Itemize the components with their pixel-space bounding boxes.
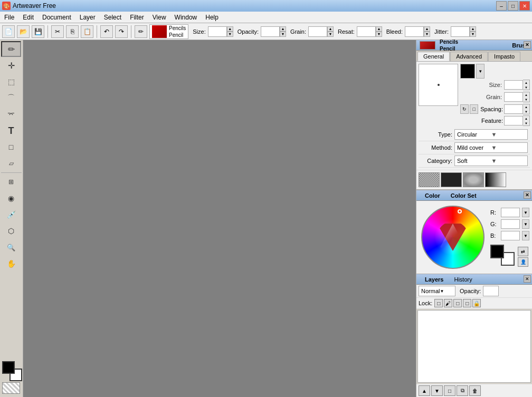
opacity-up[interactable]: ▲ xyxy=(280,26,286,32)
tab-color-set[interactable]: Color Set xyxy=(445,191,482,200)
spacing-spinbox[interactable]: 20 ▲ ▼ xyxy=(504,104,530,114)
frame-tool[interactable]: ▱ xyxy=(1,156,21,171)
grain-down-arrow[interactable]: ▼ xyxy=(523,97,529,102)
grain-up-arrow[interactable]: ▲ xyxy=(523,92,529,97)
texture-light[interactable] xyxy=(463,172,484,187)
hand-tool[interactable]: ✋ xyxy=(1,256,21,272)
opacity-spinbox[interactable]: 100 ▲ ▼ xyxy=(261,26,286,37)
select-rect-tool[interactable]: ⬚ xyxy=(1,74,21,90)
canvas-area[interactable] xyxy=(23,40,416,397)
size-down-arrow[interactable]: ▼ xyxy=(523,85,529,90)
bleed-spinbox[interactable]: 0 ▲ ▼ xyxy=(405,26,430,37)
grain-up[interactable]: ▲ xyxy=(327,26,334,32)
lock-paint-button[interactable]: 🖌 xyxy=(444,299,452,307)
brush-tool[interactable]: ⌒ xyxy=(1,90,21,106)
brush-panel-close[interactable]: ✕ xyxy=(524,41,531,49)
jitter-spinbox[interactable]: 0 ▲ ▼ xyxy=(451,26,476,37)
jitter-down[interactable]: ▼ xyxy=(470,32,476,37)
swap-colors-button[interactable]: ⇄ xyxy=(518,247,528,256)
move-tool[interactable]: ✛ xyxy=(1,57,21,73)
bleed-down[interactable]: ▼ xyxy=(424,32,430,37)
texture-noise[interactable] xyxy=(419,172,440,187)
undo-button[interactable]: ↶ xyxy=(100,25,113,38)
cut-button[interactable]: ✂ xyxy=(51,25,64,38)
grain-input[interactable]: 100 xyxy=(308,26,327,37)
lock-extra-button[interactable]: 🔒 xyxy=(472,299,481,307)
menu-filter[interactable]: Filter xyxy=(126,12,148,23)
r-arrow[interactable]: ▼ xyxy=(522,208,529,217)
tab-advanced[interactable]: Advanced xyxy=(450,52,488,61)
tab-impasto[interactable]: Impasto xyxy=(488,52,520,61)
spacing-icon-2[interactable]: □ xyxy=(470,104,478,114)
resat-spinbox[interactable]: 100 ▲ ▼ xyxy=(357,26,382,37)
spacing-up-arrow[interactable]: ▲ xyxy=(523,104,529,109)
blend-mode-select[interactable]: Normal ▼ xyxy=(419,286,455,296)
size-input[interactable]: 2 xyxy=(208,26,227,37)
jitter-input[interactable]: 0 xyxy=(451,26,470,37)
layer-new-button[interactable]: □ xyxy=(444,385,455,396)
menu-edit[interactable]: Edit xyxy=(18,12,38,23)
b-input[interactable]: 0 xyxy=(501,231,520,240)
texture-dots[interactable] xyxy=(441,172,462,187)
grain-spinbox[interactable]: 100 ▲ ▼ xyxy=(504,92,530,102)
eyedropper-tool[interactable]: 💉 xyxy=(1,207,21,222)
texture-gradient[interactable] xyxy=(485,172,506,187)
fg-color-swatch[interactable] xyxy=(2,361,15,374)
new-button[interactable]: 📄 xyxy=(2,25,15,38)
color-picker-button[interactable]: 👤 xyxy=(518,257,528,267)
jitter-up[interactable]: ▲ xyxy=(470,26,476,32)
size-spinbox[interactable]: 2 ▲ ▼ xyxy=(504,80,530,90)
menu-document[interactable]: Document xyxy=(38,12,75,23)
tab-layers[interactable]: Layers xyxy=(420,275,449,284)
r-input[interactable]: 0 xyxy=(501,208,520,217)
tab-color[interactable]: Color xyxy=(420,191,445,200)
size-spinbox[interactable]: 2 ▲ ▼ xyxy=(208,26,233,37)
feature-up-arrow[interactable]: ▲ xyxy=(523,116,529,121)
bleed-input[interactable]: 0 xyxy=(405,26,424,37)
maximize-button[interactable]: □ xyxy=(508,1,518,11)
tab-general[interactable]: General xyxy=(417,52,450,61)
pencil-tool[interactable]: ✏ xyxy=(1,41,21,57)
category-select[interactable]: Soft ▼ xyxy=(454,156,528,166)
b-arrow[interactable]: ▼ xyxy=(522,231,529,240)
text-tool[interactable]: T xyxy=(1,123,21,139)
spacing-icon-1[interactable]: ↻ xyxy=(460,104,469,114)
layers-panel-close[interactable]: ✕ xyxy=(524,275,531,283)
minimize-button[interactable]: – xyxy=(496,1,507,11)
tab-history[interactable]: History xyxy=(449,275,477,284)
method-select[interactable]: Mild cover ▼ xyxy=(454,142,528,153)
g-input[interactable]: 0 xyxy=(501,219,520,229)
lock-transparent-button[interactable]: □ xyxy=(434,299,443,307)
color-wheel[interactable] xyxy=(421,206,484,269)
grain-down[interactable]: ▼ xyxy=(327,32,334,37)
open-button[interactable]: 📂 xyxy=(17,25,30,38)
grain-spinbox[interactable]: 100 ▲ ▼ xyxy=(308,26,334,37)
lock-all-button[interactable]: □ xyxy=(463,299,471,307)
brush-shape-arrow[interactable]: ▼ xyxy=(476,64,484,79)
copy-button[interactable]: ⎘ xyxy=(66,25,79,38)
shape-tool[interactable]: □ xyxy=(1,139,21,155)
size-up[interactable]: ▲ xyxy=(227,26,233,32)
g-arrow[interactable]: ▼ xyxy=(522,219,529,229)
menu-view[interactable]: View xyxy=(148,12,170,23)
grain-input[interactable]: 100 xyxy=(504,92,523,102)
redo-button[interactable]: ↷ xyxy=(115,25,128,38)
pattern-swatch[interactable] xyxy=(2,382,20,394)
menu-layer[interactable]: Layer xyxy=(75,12,100,23)
clone-stamp-tool[interactable]: ⌤ xyxy=(1,106,21,122)
grid-tool[interactable]: ⊞ xyxy=(1,174,21,190)
fill-tool[interactable]: ◉ xyxy=(1,190,21,206)
type-select[interactable]: Circular ▼ xyxy=(454,129,528,140)
menu-select[interactable]: Select xyxy=(100,12,126,23)
resat-up[interactable]: ▲ xyxy=(376,26,382,32)
canvas[interactable] xyxy=(23,40,416,397)
size-input[interactable]: 2 xyxy=(504,80,523,90)
size-up-arrow[interactable]: ▲ xyxy=(523,80,529,85)
bleed-up[interactable]: ▲ xyxy=(424,26,430,32)
zoom-tool[interactable]: 🔍 xyxy=(1,239,21,255)
resat-down[interactable]: ▼ xyxy=(376,32,382,37)
layer-duplicate-button[interactable]: ⧉ xyxy=(457,385,468,396)
spacing-input[interactable]: 20 xyxy=(504,104,523,114)
layer-delete-button[interactable]: 🗑 xyxy=(469,385,481,396)
layer-move-down-button[interactable]: ▼ xyxy=(431,385,443,396)
